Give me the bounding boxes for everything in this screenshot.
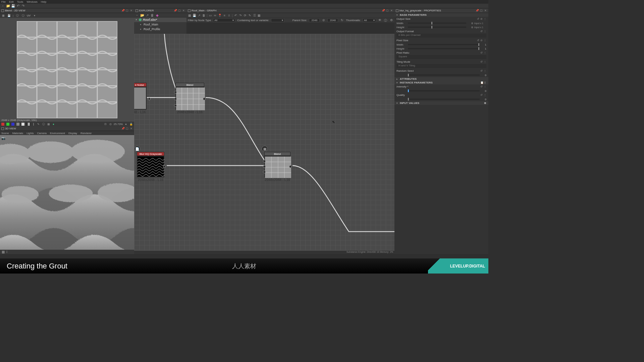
gradient-swatch[interactable] <box>26 123 30 126</box>
tiling-value[interactable]: H and V Tiling <box>396 64 486 68</box>
port-in1[interactable] <box>174 91 177 94</box>
main-menu-bar[interactable]: File Edit Tools Windows Help <box>0 0 488 4</box>
copy-icon[interactable]: 📋 <box>480 81 484 84</box>
menu-materials[interactable]: Materials <box>12 132 23 135</box>
quality-slider[interactable] <box>408 99 480 100</box>
channel-b-swatch[interactable] <box>11 123 14 126</box>
node-add-icon[interactable]: ▦ <box>188 14 192 17</box>
menu-icon[interactable]: ⋮ <box>484 85 486 88</box>
menu-file[interactable]: File <box>1 0 6 3</box>
reset-icon[interactable]: ↺ <box>477 17 479 20</box>
port-in3[interactable] <box>263 171 266 173</box>
menu-edit[interactable]: Edit <box>9 0 14 3</box>
menu-icon[interactable]: ⋮ <box>484 30 486 33</box>
port-in2[interactable] <box>263 165 266 168</box>
exp-del-icon[interactable]: 🗑 <box>150 13 154 17</box>
close-icon[interactable]: ✕ <box>129 9 133 12</box>
port-in3[interactable] <box>174 104 177 107</box>
reset-icon[interactable]: ↺ <box>480 51 483 54</box>
node-blend-1[interactable]: Blend 2048x2048 - L16 <box>175 83 204 114</box>
channel-a-swatch[interactable] <box>16 123 19 126</box>
exp-pkg-icon[interactable]: ◆ <box>155 13 159 17</box>
menu-windows[interactable]: Windows <box>26 0 37 3</box>
parent-height-input[interactable]: 2048 <box>327 18 338 22</box>
layers-icon[interactable]: ▦ <box>1 14 5 17</box>
section-attributes[interactable]: ▸ATTRIBUTES <box>394 77 488 81</box>
eye-icon[interactable]: 👁 <box>378 18 382 22</box>
lock-icon[interactable]: 🔒 <box>129 122 133 126</box>
menu-environment[interactable]: Environment <box>50 132 65 135</box>
tree-item-roof-profile[interactable]: ▸ Roof_Profile <box>134 27 186 32</box>
camera-icon[interactable]: 📷 <box>1 136 6 140</box>
grid2-icon[interactable]: ▦ <box>257 14 261 17</box>
grid-icon[interactable]: ▦ <box>47 122 50 126</box>
menu-tools[interactable]: Tools <box>17 0 23 3</box>
reset-icon[interactable]: ↺ <box>480 85 483 88</box>
info-3d-icon[interactable]: i <box>5 250 9 254</box>
ruler-icon[interactable]: ∥ <box>32 122 35 126</box>
save-icon[interactable]: 💾 <box>11 4 15 8</box>
port-out[interactable] <box>148 98 151 100</box>
menu-icon[interactable]: ⋮ <box>484 39 486 42</box>
channel-lum-swatch[interactable] <box>21 123 24 126</box>
panel-2d-canvas[interactable]: 2048 x 2048 (Grayscale, 16b) <box>0 18 134 122</box>
tree-root[interactable]: ▾ Roof.sbs* <box>134 17 186 22</box>
pin-exp-icon[interactable]: 📌 <box>174 9 177 12</box>
wireframe-icon[interactable]: ▦ <box>1 250 5 254</box>
save2d-icon[interactable]: 💾 <box>7 14 11 17</box>
max-3d-icon[interactable]: ▢ <box>125 127 129 130</box>
panel-3d-canvas[interactable]: 📷 <box>0 135 134 250</box>
port-in1[interactable] <box>263 160 266 163</box>
export-g-icon[interactable]: ↗ <box>197 14 201 17</box>
port-out[interactable] <box>203 98 206 100</box>
info-g-icon[interactable]: ⓘ <box>384 18 387 22</box>
eyedrop-icon[interactable]: ✎ <box>37 122 40 126</box>
filter-var-input[interactable]: ▾ <box>271 18 284 22</box>
width-slider[interactable] <box>408 22 466 24</box>
node-blur-hq[interactable]: 📄 Blur HQ Grayscale 2048x2048 - L16 <box>137 152 164 182</box>
seed-slider[interactable] <box>408 74 480 76</box>
menu-scene[interactable]: Scene <box>1 132 9 135</box>
add-icon[interactable]: ⊕ <box>484 102 486 105</box>
menu-icon[interactable]: ⋮ <box>484 51 486 54</box>
pin-props-icon[interactable]: 📌 <box>476 9 479 12</box>
psw-slider[interactable] <box>408 44 480 45</box>
redo-g-icon[interactable]: ↷ <box>238 14 242 17</box>
max-exp-icon[interactable]: ▢ <box>178 9 181 12</box>
node-noise[interactable]: e Noise 48 - L16 <box>134 83 147 114</box>
pin-graph-icon[interactable]: 📌 <box>382 9 385 12</box>
close-props-icon[interactable]: ✕ <box>484 9 487 12</box>
link-size-icon[interactable]: ⊘ <box>322 18 325 22</box>
menu-icon[interactable]: ⋮ <box>484 17 486 20</box>
section-instance[interactable]: ▾INSTANCE PARAMETERS📋⋮ <box>394 81 488 84</box>
chain-icon[interactable]: ⊘ <box>480 17 483 20</box>
thumb-dropdown[interactable]: All▾ <box>363 18 376 22</box>
new-icon[interactable]: ▫ <box>1 4 5 8</box>
del-g-icon[interactable]: 🗑 <box>202 14 206 17</box>
max-graph-icon[interactable]: ▢ <box>386 9 389 12</box>
section-base-params[interactable]: ▾BASE PARAMETERS <box>394 13 488 17</box>
channel-g-swatch[interactable] <box>6 123 9 126</box>
intensity-slider[interactable] <box>408 90 480 92</box>
ratio-value[interactable]: Square <box>396 55 486 59</box>
pin-3d-icon[interactable]: 📌 <box>121 127 125 130</box>
reset-icon[interactable]: ↺ <box>480 60 483 63</box>
info-icon[interactable]: ⓘ <box>15 14 19 17</box>
close-3d-icon[interactable]: ✕ <box>129 127 133 130</box>
info3-icon[interactable]: ⓘ <box>42 122 45 126</box>
max-props-icon[interactable]: ▢ <box>480 9 483 12</box>
link-icon[interactable]: ∞ <box>213 14 217 17</box>
maximize-icon[interactable]: ▢ <box>125 9 129 12</box>
menu-icon[interactable]: ⋮ <box>484 60 486 63</box>
reset-icon[interactable]: ↺ <box>477 39 479 42</box>
frame-icon[interactable]: ▭ <box>209 14 212 17</box>
graph-canvas[interactable]: e Noise 48 - L16 Blend 2048x2048 - L16 📄 <box>134 34 394 251</box>
exp-new-icon[interactable]: ▫ <box>135 13 139 17</box>
redo-icon[interactable]: ↷ <box>21 4 25 8</box>
refresh-size-icon[interactable]: ↻ <box>340 18 344 22</box>
exp-open-icon[interactable]: 📂 <box>140 13 144 17</box>
zoom-fit-icon[interactable]: ⊡ <box>104 122 107 126</box>
height-slider[interactable] <box>408 26 466 28</box>
menu-icon[interactable]: ⋮ <box>484 69 486 72</box>
parent-width-input[interactable]: 2048 <box>309 18 320 22</box>
